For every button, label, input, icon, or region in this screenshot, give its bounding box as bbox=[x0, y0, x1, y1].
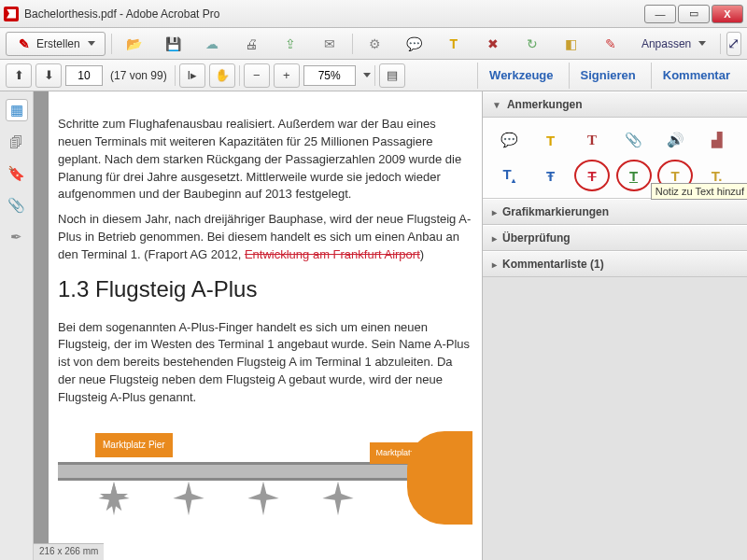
diagram-figure: Marktplatz Pier Marktplatz Atrium bbox=[58, 422, 472, 525]
speech-bubble-icon: 💬 bbox=[406, 35, 423, 52]
insert-text-tool[interactable]: T▴ bbox=[494, 162, 524, 189]
customize-label: Anpassen bbox=[641, 37, 691, 50]
diagram-label: Marktplatz Pier bbox=[95, 433, 173, 458]
customize-button[interactable]: Anpassen bbox=[633, 32, 714, 56]
zoom-in-button[interactable]: + bbox=[274, 63, 300, 88]
chevron-right-icon: ▸ bbox=[492, 233, 497, 244]
delete-page-button[interactable]: ✖ bbox=[476, 32, 510, 56]
annotations-label: Anmerkungen bbox=[507, 98, 583, 111]
text-icon: T bbox=[587, 133, 597, 148]
section-heading: 1.3 Flugsteig A-Plus bbox=[58, 273, 472, 306]
acrobat-icon bbox=[4, 7, 19, 21]
panel-empty-area bbox=[483, 277, 747, 560]
save-button[interactable]: 💾 bbox=[156, 32, 190, 56]
page-tool-button[interactable]: ◧ bbox=[555, 32, 588, 56]
highlight-button[interactable]: T bbox=[437, 32, 471, 56]
speaker-icon: 🔊 bbox=[667, 132, 684, 148]
folder-open-icon: 📂 bbox=[125, 35, 142, 52]
sticky-note-tool[interactable]: 💬 bbox=[494, 127, 524, 153]
hand-tool-button[interactable]: ✋ bbox=[209, 63, 235, 88]
page-size-status: 216 x 266 mm bbox=[34, 543, 104, 560]
stamp-tool[interactable]: ▟ bbox=[702, 127, 732, 153]
content-area: ▦ 🗐 🔖 📎 ✒ Schritte zum Flughafenausbau r… bbox=[0, 91, 747, 560]
replace-text-icon: Ŧ bbox=[546, 168, 555, 184]
highlight-t-icon: T bbox=[546, 133, 555, 148]
edit-pdf-icon: ✎ bbox=[602, 35, 619, 52]
zoom-input[interactable] bbox=[303, 65, 356, 86]
document-page: Schritte zum Flughafenausbau realisiert.… bbox=[49, 91, 482, 560]
document-viewport[interactable]: Schritte zum Flughafenausbau realisiert.… bbox=[34, 91, 482, 560]
fullscreen-button[interactable]: ⤢ bbox=[726, 32, 741, 56]
settings-button[interactable]: ⚙ bbox=[359, 32, 392, 56]
thumbnails-tab[interactable]: ▦ bbox=[6, 99, 28, 121]
plane-icon bbox=[245, 480, 282, 517]
thumbnails-icon: ▦ bbox=[10, 102, 23, 119]
cloud-button[interactable]: ☁ bbox=[195, 32, 229, 56]
separator bbox=[352, 34, 353, 54]
attach-file-tool[interactable]: 📎 bbox=[619, 127, 649, 153]
text-note-icon: T bbox=[670, 168, 679, 184]
page-down-button[interactable]: ⬇ bbox=[35, 63, 62, 88]
highlight-t-icon: T bbox=[445, 35, 462, 52]
email-button[interactable]: ✉ bbox=[313, 32, 346, 56]
edit-pdf-button[interactable]: ✎ bbox=[594, 32, 627, 56]
share-icon: ⇪ bbox=[282, 35, 299, 52]
strikethrough-icon: T bbox=[587, 168, 596, 184]
annotations-header[interactable]: ▼ Anmerkungen bbox=[483, 91, 747, 118]
bookmarks-tab[interactable]: 🔖 bbox=[6, 162, 28, 185]
pier-bar bbox=[58, 465, 444, 478]
underline-icon: T bbox=[629, 168, 638, 184]
review-label: Überprüfung bbox=[502, 231, 571, 245]
cloud-icon: ☁ bbox=[204, 35, 220, 52]
open-button[interactable]: 📂 bbox=[117, 32, 150, 56]
fullscreen-icon: ⤢ bbox=[727, 35, 740, 52]
gear-icon: ⚙ bbox=[367, 35, 384, 52]
rotate-button[interactable]: ↻ bbox=[515, 32, 549, 56]
share-button[interactable]: ⇪ bbox=[274, 32, 307, 56]
minimize-button[interactable]: — bbox=[644, 5, 676, 23]
view-tool-button[interactable]: ▤ bbox=[379, 63, 405, 88]
zoom-dropdown-icon[interactable] bbox=[363, 73, 371, 77]
body-text: Bei dem sogenannten A-Plus-Finger handel… bbox=[58, 319, 472, 407]
page-up-button[interactable]: ⬆ bbox=[6, 63, 32, 88]
close-button[interactable]: X bbox=[712, 5, 743, 23]
strikethrough-text: Entwicklung am Frankfurt Airport bbox=[245, 247, 420, 261]
separator bbox=[374, 65, 375, 86]
bookmark-icon: 🔖 bbox=[7, 165, 25, 182]
note-button[interactable]: 💬 bbox=[398, 32, 431, 56]
attachments-tab[interactable]: 📎 bbox=[6, 194, 28, 217]
underline-tool[interactable]: T bbox=[619, 162, 649, 189]
page-tool-icon: ◧ bbox=[563, 35, 580, 52]
page-number-input[interactable] bbox=[65, 65, 103, 86]
left-nav-panel: ▦ 🗐 🔖 📎 ✒ bbox=[0, 91, 34, 560]
sign-panel-button[interactable]: Signieren bbox=[569, 63, 647, 89]
create-label: Erstellen bbox=[36, 37, 80, 50]
pages-tab[interactable]: 🗐 bbox=[6, 131, 28, 153]
page-count-label: (17 von 99) bbox=[110, 69, 167, 82]
strikethrough-tool[interactable]: T bbox=[577, 162, 607, 189]
replace-text-tool[interactable]: Ŧ bbox=[536, 162, 566, 189]
graphics-header[interactable]: ▸ Grafikmarkierungen bbox=[483, 199, 747, 225]
envelope-icon: ✉ bbox=[321, 35, 338, 52]
highlight-tool[interactable]: T bbox=[536, 127, 566, 153]
tools-panel-button[interactable]: Werkzeuge bbox=[477, 63, 564, 89]
signatures-tab[interactable]: ✒ bbox=[6, 226, 28, 248]
printer-icon: 🖨 bbox=[243, 35, 260, 52]
separator bbox=[175, 65, 176, 86]
text-correction-icon: T. bbox=[712, 168, 723, 184]
paperclip-icon: 📎 bbox=[625, 132, 642, 148]
create-button[interactable]: ✎ Erstellen bbox=[6, 32, 106, 56]
zoom-out-button[interactable]: − bbox=[244, 63, 270, 88]
commentlist-header[interactable]: ▸ Kommentarliste (1) bbox=[483, 251, 747, 277]
signature-icon: ✒ bbox=[10, 229, 22, 245]
nav-toolbar: ⬆ ⬇ (17 von 99) I▸ ✋ − + ▤ Werkzeuge Sig… bbox=[0, 60, 747, 91]
maximize-button[interactable]: ▭ bbox=[678, 5, 710, 23]
text-tool[interactable]: T bbox=[577, 127, 607, 153]
comment-panel-button[interactable]: Kommentar bbox=[651, 63, 741, 89]
print-button[interactable]: 🖨 bbox=[234, 32, 268, 56]
plane-icon bbox=[319, 480, 357, 517]
review-header[interactable]: ▸ Überprüfung bbox=[483, 225, 747, 251]
audio-comment-tool[interactable]: 🔊 bbox=[660, 127, 690, 153]
select-tool-button[interactable]: I▸ bbox=[179, 63, 205, 88]
rotate-icon: ↻ bbox=[524, 35, 541, 52]
